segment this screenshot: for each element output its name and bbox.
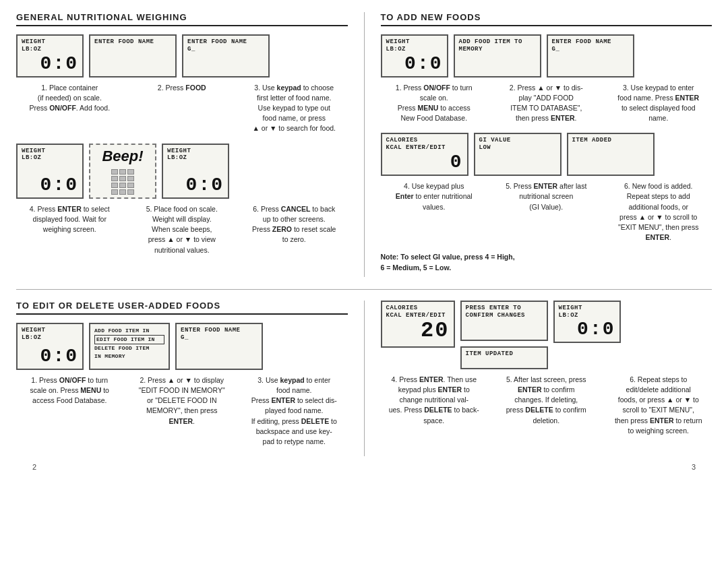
beep-text: Beep! (102, 148, 143, 165)
general-lcd-weight2-value: 0:0 (22, 176, 78, 195)
section-edit: To Edit or Delete User-Added Foods WEIGH… (16, 301, 364, 457)
general-lcd-weight3: WEIGHTLB:OZ 0:0 (162, 144, 229, 199)
general-lcd-foodname1: ENTER FOOD NAME (89, 34, 177, 77)
section-edit-right: CALORIESKCAL ENTER/EDIT 20 PRESS ENTER T… (364, 301, 712, 457)
add-lcd-weight1-value: 0:0 (386, 55, 443, 73)
add-lcd-addmem: ADD FOOD ITEM TOMEMORY (454, 34, 541, 77)
general-step6: 6. Press CANCEL to backup to other scree… (241, 204, 348, 255)
add-step3: 3. Use keypad to enterfood name. Press E… (605, 83, 712, 124)
page: General Nutritional Weighing WEIGHTLB:OZ… (0, 0, 728, 483)
edit-step3: 3. Use keypad to enterfood name.Press EN… (241, 375, 348, 447)
edit-menu-item2: EDIT FOOD ITEM IN (94, 335, 164, 344)
add-step2: 2. Press ▲ or ▼ to dis-play "ADD FOODITE… (493, 83, 600, 124)
general-step2: 2. Press FOOD (129, 83, 236, 134)
add-lcd-row2: CALORIESKCAL ENTER/EDIT 0 GI VALUELOW IT… (381, 133, 712, 176)
edit-lcd-weight1: WEIGHTLB:OZ 0:0 (16, 323, 84, 370)
edit-right-lcd-row1: CALORIESKCAL ENTER/EDIT 20 PRESS ENTER T… (381, 301, 712, 369)
general-lcd-row2: WEIGHTLB:OZ 0:0 Beep! (16, 144, 348, 199)
general-beep-box: Beep! (89, 144, 156, 199)
general-step5: 5. Place food on scale.Weight will displ… (129, 204, 236, 255)
page-numbers: 2 3 (16, 456, 712, 471)
edit-right-step5: 5. After last screen, pressENTER to conf… (493, 375, 600, 436)
edit-lcd-foodname: ENTER FOOD NAMEG_ (175, 323, 263, 370)
add-step1: 1. Press ON/OFF to turnscale on.Press ME… (381, 83, 488, 124)
beep-keypad (111, 169, 134, 195)
edit-right-weight: WEIGHTLB:OZ 0:0 (553, 301, 621, 344)
add-lcd-weight1: WEIGHTLB:OZ 0:0 (381, 34, 448, 77)
add-step5: 5. Press ENTER after lastnutritional scr… (493, 181, 600, 243)
general-step1: 1. Place container(if needed) on scale.P… (16, 83, 123, 134)
page-number-right: 3 (692, 463, 696, 471)
page-number-left: 2 (32, 463, 36, 471)
general-lcd-weight3-label: WEIGHTLB:OZ (167, 148, 224, 162)
edit-right-press-enter: PRESS ENTER TOCONFIRM CHANGES (460, 301, 548, 341)
general-lcd-weight1-value: 0:0 (22, 55, 78, 73)
edit-lcd-foodname-label: ENTER FOOD NAMEG_ (181, 327, 257, 342)
general-lcd-foodname2: ENTER FOOD NAMEG_ (182, 34, 270, 77)
edit-lcd-weight1-value: 0:0 (22, 347, 78, 366)
edit-menu-box: ADD FOOD ITEM IN EDIT FOOD ITEM IN DELET… (89, 323, 170, 370)
add-lcd-row1: WEIGHTLB:OZ 0:0 ADD FOOD ITEM TOMEMORY E… (381, 34, 712, 77)
edit-right-calories-label: CALORIESKCAL ENTER/EDIT (386, 305, 450, 319)
edit-right-weight-label: WEIGHTLB:OZ (559, 305, 615, 319)
edit-menu-item3: DELETE FOOD ITEMIN MEMORY (94, 344, 164, 361)
add-lcd-calories-label: CALORIESKCAL ENTER/EDIT (386, 137, 463, 152)
general-lcd-weight1-label: WEIGHTLB:OZ (22, 38, 78, 53)
edit-steps-row1: 1. Press ON/OFF to turnscale on. Press M… (16, 375, 348, 447)
add-step6: 6. New food is added.Repeat steps to add… (605, 181, 712, 243)
add-lcd-calories-value: 0 (386, 153, 463, 172)
edit-right-item-updated-label: ITEM UPDATED (466, 350, 543, 358)
add-lcd-givalue: GI VALUELOW (474, 133, 562, 176)
add-lcd-addmem-label: ADD FOOD ITEM TOMEMORY (459, 38, 536, 53)
edit-right-step6: 6. Repeat steps toedit/delete additional… (605, 375, 712, 436)
edit-right-steps: 4. Press ENTER. Then usekeypad plus ENTE… (381, 375, 712, 436)
add-steps-row1: 1. Press ON/OFF to turnscale on.Press ME… (381, 83, 712, 124)
add-steps-row2: 4. Use keypad plusEnter to enter nutriti… (381, 181, 712, 243)
edit-right-col: PRESS ENTER TOCONFIRM CHANGES ITEM UPDAT… (460, 301, 548, 369)
general-lcd-weight2-label: WEIGHTLB:OZ (22, 148, 78, 162)
edit-right-calories-value: 20 (386, 320, 450, 342)
edit-step2: 2. Press ▲ or ▼ to display"EDIT FOOD IN … (129, 375, 236, 447)
bottom-half: To Edit or Delete User-Added Foods WEIGH… (16, 301, 712, 457)
edit-step1: 1. Press ON/OFF to turnscale on. Press M… (16, 375, 123, 447)
general-lcd-weight3-value: 0:0 (167, 176, 224, 195)
add-lcd-foodname: ENTER FOOD NAMEG_ (547, 34, 634, 77)
section-general: General Nutritional Weighing WEIGHTLB:OZ… (16, 12, 364, 277)
edit-lcd-weight1-label: WEIGHTLB:OZ (22, 327, 78, 342)
general-step3: 3. Use keypad to choosefirst letter of f… (241, 83, 348, 134)
add-lcd-itemadded: ITEM ADDED (567, 133, 655, 176)
section-title-general: General Nutritional Weighing (16, 12, 348, 26)
add-lcd-itemadded-label: ITEM ADDED (572, 137, 649, 144)
general-lcd-row1: WEIGHTLB:OZ 0:0 ENTER FOOD NAME ENTER FO… (16, 34, 348, 77)
edit-right-item-updated: ITEM UPDATED (460, 346, 548, 369)
section-title-add: To Add New Foods (381, 12, 712, 26)
add-lcd-calories: CALORIESKCAL ENTER/EDIT 0 (381, 133, 468, 176)
section-add-foods: To Add New Foods WEIGHTLB:OZ 0:0 ADD FOO… (364, 12, 712, 277)
general-lcd-weight2: WEIGHTLB:OZ 0:0 (16, 144, 84, 199)
general-steps-row1: 1. Place container(if needed) on scale.P… (16, 83, 348, 134)
general-lcd-weight1: WEIGHTLB:OZ 0:0 (16, 34, 84, 77)
edit-right-step4: 4. Press ENTER. Then usekeypad plus ENTE… (381, 375, 488, 436)
add-lcd-weight1-label: WEIGHTLB:OZ (386, 38, 443, 53)
section-title-edit: To Edit or Delete User-Added Foods (16, 301, 348, 315)
add-step4: 4. Use keypad plusEnter to enter nutriti… (381, 181, 488, 243)
general-lcd-foodname2-label: ENTER FOOD NAMEG_ (187, 38, 264, 53)
general-lcd-foodname1-label: ENTER FOOD NAME (94, 38, 171, 46)
add-lcd-foodname-label: ENTER FOOD NAMEG_ (552, 38, 629, 53)
add-note: Note: To select GI value, press 4 = High… (381, 252, 712, 272)
edit-right-calories: CALORIESKCAL ENTER/EDIT 20 (381, 301, 455, 348)
edit-right-press-enter-label: PRESS ENTER TOCONFIRM CHANGES (466, 305, 543, 319)
edit-right-weight-value: 0:0 (559, 320, 615, 339)
add-lcd-givalue-label: GI VALUELOW (479, 137, 556, 152)
edit-menu-item1: ADD FOOD ITEM IN (94, 327, 164, 335)
general-steps-row2: 4. Press ENTER to selectdisplayed food. … (16, 204, 348, 255)
general-step4: 4. Press ENTER to selectdisplayed food. … (16, 204, 123, 255)
top-half: General Nutritional Weighing WEIGHTLB:OZ… (16, 12, 712, 290)
edit-lcd-row1: WEIGHTLB:OZ 0:0 ADD FOOD ITEM IN EDIT FO… (16, 323, 348, 370)
